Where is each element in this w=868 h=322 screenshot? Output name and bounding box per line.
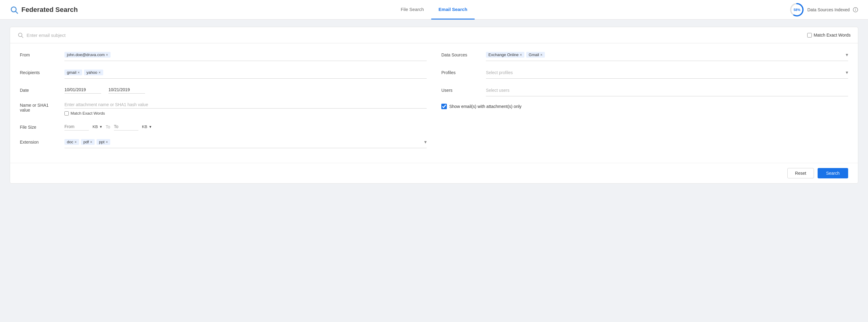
- data-sources-field-row: Data Sources Exchange Online × Gmail ×: [441, 50, 848, 61]
- extension-tag-doc: doc ×: [64, 139, 79, 145]
- data-sources-indexed-label: Data Sources Indexed: [807, 7, 850, 12]
- match-exact-words-top-checkbox[interactable]: [807, 33, 812, 37]
- form-left: From john.doe@druva.com × Recipients: [20, 50, 427, 155]
- federated-search-icon: [10, 5, 18, 14]
- name-sha1-label: Name or SHA1 value: [20, 101, 60, 112]
- from-field-row: From john.doe@druva.com ×: [20, 50, 427, 61]
- recipients-tag-input[interactable]: gmail × yahoo ×: [64, 68, 427, 79]
- match-exact-words-small-label[interactable]: Match Exact Words: [70, 111, 105, 115]
- profiles-dropdown[interactable]: Select profiles ▾: [486, 68, 848, 79]
- data-sources-label: Data Sources: [441, 50, 481, 57]
- show-attachments-row: Show email(s) with attachment(s) only: [441, 104, 848, 109]
- recipients-label: Recipients: [20, 68, 60, 75]
- data-sources-field-content: Exchange Online × Gmail × ▾: [486, 50, 848, 61]
- data-sources-dropdown-arrow[interactable]: ▾: [846, 52, 848, 58]
- search-button[interactable]: Search: [817, 168, 848, 178]
- recipients-input-field[interactable]: [105, 70, 427, 75]
- name-sha1-input[interactable]: [64, 101, 427, 109]
- file-size-label: File Size: [20, 123, 60, 130]
- tab-email-search[interactable]: Email Search: [431, 0, 475, 20]
- recipients-field-row: Recipients gmail × yahoo ×: [20, 68, 427, 79]
- extension-label: Extension: [20, 138, 60, 145]
- from-tag-remove-john[interactable]: ×: [106, 53, 108, 57]
- date-from-input[interactable]: [64, 86, 101, 94]
- extension-field-row: Extension doc × pdf ×: [20, 138, 427, 148]
- file-size-to-unit[interactable]: KB MB GB ▾: [142, 124, 152, 129]
- recipients-tag-yahoo: yahoo ×: [84, 70, 103, 75]
- app-title-area: Federated Search: [10, 5, 78, 14]
- recipients-tag-remove-yahoo[interactable]: ×: [99, 71, 101, 74]
- users-field-row: Users: [441, 86, 848, 96]
- data-source-tag-gmail: Gmail ×: [526, 52, 545, 58]
- extension-dropdown-arrow[interactable]: ▾: [424, 139, 427, 145]
- match-exact-words-top-label[interactable]: Match Exact Words: [814, 33, 850, 37]
- reset-button[interactable]: Reset: [787, 168, 814, 178]
- from-tag-john: john.doe@druva.com ×: [64, 52, 111, 58]
- email-subject-input[interactable]: [27, 33, 804, 38]
- info-icon[interactable]: [853, 7, 858, 12]
- users-input[interactable]: [486, 88, 848, 93]
- file-size-from-input[interactable]: [64, 123, 89, 131]
- users-label: Users: [441, 86, 481, 93]
- date-field-row: Date: [20, 86, 427, 94]
- profiles-placeholder: Select profiles: [486, 70, 846, 75]
- match-exact-small: Match Exact Words: [64, 111, 427, 115]
- from-tag-input[interactable]: john.doe@druva.com ×: [64, 50, 427, 61]
- file-size-to-input[interactable]: [114, 123, 138, 131]
- show-attachments-label[interactable]: Show email(s) with attachment(s) only: [449, 104, 522, 109]
- date-label: Date: [20, 86, 60, 93]
- file-size-to-unit-select[interactable]: KB MB GB: [142, 124, 148, 129]
- app-title: Federated Search: [21, 6, 78, 14]
- main-content: Match Exact Words From john.doe@druva.co…: [0, 20, 868, 322]
- from-label: From: [20, 50, 60, 57]
- file-size-from-unit[interactable]: KB MB GB ▾: [93, 124, 102, 129]
- footer-buttons: Reset Search: [10, 163, 858, 183]
- show-attachments-checkbox[interactable]: [441, 104, 447, 109]
- profiles-field-row: Profiles Select profiles ▾: [441, 68, 848, 79]
- match-exact-words-small-checkbox[interactable]: [64, 111, 69, 115]
- extension-input-field[interactable]: [112, 140, 423, 145]
- data-source-tag-exchange: Exchange Online ×: [486, 52, 524, 58]
- from-field-content: john.doe@druva.com ×: [64, 50, 427, 61]
- file-size-row: KB MB GB ▾ To KB MB: [64, 123, 427, 131]
- name-sha1-field-row: Name or SHA1 value Match Exact Words: [20, 101, 427, 115]
- extension-tag-remove-doc[interactable]: ×: [74, 140, 77, 144]
- match-exact-words-right: Match Exact Words: [807, 33, 850, 37]
- file-size-from-unit-select[interactable]: KB MB GB: [93, 124, 99, 129]
- data-sources-indexed-area: 58% Data Sources Indexed: [789, 2, 858, 17]
- data-source-tag-remove-gmail[interactable]: ×: [540, 53, 542, 57]
- recipients-tag-remove-gmail[interactable]: ×: [78, 71, 80, 74]
- data-sources-tag-input[interactable]: Exchange Online × Gmail × ▾: [486, 50, 848, 61]
- tab-file-search[interactable]: File Search: [393, 0, 431, 20]
- progress-circle: 58%: [789, 2, 804, 17]
- extension-tag-remove-pdf[interactable]: ×: [90, 140, 92, 144]
- profiles-dropdown-arrow[interactable]: ▾: [846, 70, 848, 75]
- search-bar: Match Exact Words: [10, 27, 858, 43]
- date-to-input[interactable]: [108, 86, 145, 94]
- header-tabs: File Search Email Search: [393, 0, 475, 20]
- extension-tag-remove-ppt[interactable]: ×: [106, 140, 108, 144]
- date-field-content: [64, 86, 427, 94]
- recipients-field-content: gmail × yahoo ×: [64, 68, 427, 79]
- form-right: Data Sources Exchange Online × Gmail ×: [441, 50, 848, 155]
- progress-percent: 58%: [794, 8, 800, 11]
- data-source-tag-remove-exchange[interactable]: ×: [520, 53, 522, 57]
- profiles-label: Profiles: [441, 68, 481, 75]
- svg-line-8: [22, 36, 23, 38]
- file-size-to-label: To: [106, 124, 110, 129]
- search-panel: Match Exact Words From john.doe@druva.co…: [10, 27, 858, 184]
- users-field[interactable]: [486, 86, 848, 96]
- users-field-content: [486, 86, 848, 96]
- extension-field-content: doc × pdf × ppt ×: [64, 138, 427, 148]
- date-fields: [64, 86, 427, 94]
- recipients-tag-gmail: gmail ×: [64, 70, 82, 75]
- search-bar-icon: [18, 32, 24, 38]
- extension-tag-ppt: ppt ×: [96, 139, 110, 145]
- svg-line-1: [16, 11, 18, 13]
- app-header: Federated Search File Search Email Searc…: [0, 0, 868, 20]
- file-size-field-row: File Size KB MB GB ▾: [20, 123, 427, 131]
- extension-container[interactable]: doc × pdf × ppt ×: [64, 138, 427, 148]
- extension-tag-pdf: pdf ×: [81, 139, 95, 145]
- file-size-field-content: KB MB GB ▾ To KB MB: [64, 123, 427, 131]
- from-input-field[interactable]: [113, 52, 427, 57]
